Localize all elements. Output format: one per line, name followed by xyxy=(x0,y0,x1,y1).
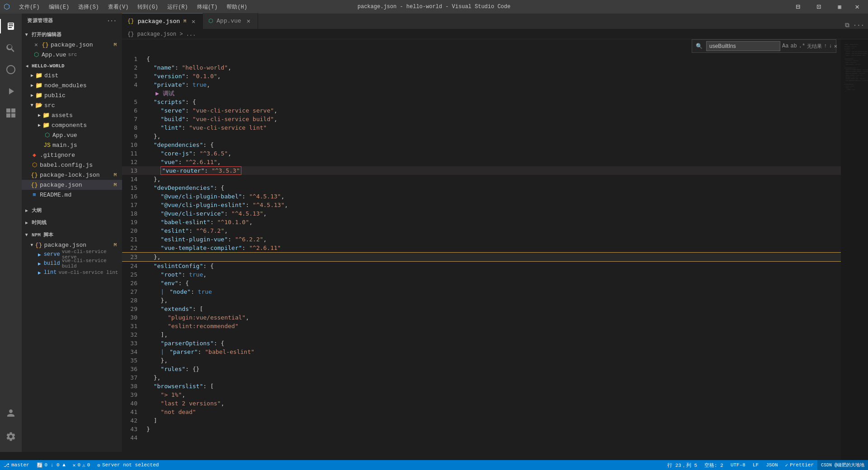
tree-babel[interactable]: ⬡ babel.config.js xyxy=(22,160,122,170)
npm-section[interactable]: ▶ NPM 脚本 xyxy=(22,228,122,240)
line-content-41: "not dead" xyxy=(145,408,862,416)
tree-gitignore[interactable]: ◆ .gitignore xyxy=(22,150,122,160)
menu-help[interactable]: 帮助(H) xyxy=(223,2,251,12)
project-section[interactable]: ▼ HELLO-WORLD xyxy=(22,60,122,70)
tree-assets[interactable]: ▶ 📁 assets xyxy=(22,110,122,120)
timeline-section[interactable]: ▶ 时间线 xyxy=(22,216,122,228)
code-line-30: 30 "plugin:vue/essential", xyxy=(122,313,862,322)
open-editor-app-vue[interactable]: ⬡ App.vue src xyxy=(22,50,122,60)
explorer-icon[interactable] xyxy=(0,15,22,37)
line-content-28: }, xyxy=(145,296,862,305)
menu-goto[interactable]: 转到(G) xyxy=(134,2,162,12)
line-content-8: "lint": "vue-cli-service lint" xyxy=(145,123,862,132)
menu-file[interactable]: 文件(F) xyxy=(15,2,43,12)
search-icon[interactable] xyxy=(0,37,22,59)
close-icon[interactable]: ✕ xyxy=(33,41,40,48)
account-icon[interactable] xyxy=(0,402,22,424)
line-num-34: 34 xyxy=(122,348,145,356)
line-content-20: "eslint": "^6.7.2", xyxy=(145,226,862,235)
code-line-19: 19 "babel-eslint": "^10.1.0", xyxy=(122,218,862,226)
menu-view[interactable]: 查看(V) xyxy=(104,2,132,12)
npm-serve[interactable]: ▶ serve vue-cli-service serve xyxy=(22,250,122,259)
timeline-chevron: ▶ xyxy=(25,220,28,226)
git-branch[interactable]: ⎇ master xyxy=(0,460,33,470)
line-content-38: "browserslist": [ xyxy=(145,382,862,390)
close-find-btn[interactable]: ✕ xyxy=(834,41,837,51)
csdn-badge[interactable]: CSDN @碰肥的大地地 xyxy=(817,460,868,470)
match-whole-word-btn[interactable]: ab xyxy=(790,41,797,51)
menu-terminal[interactable]: 终端(T) xyxy=(193,2,222,12)
code-line-25: 25 "root": true, xyxy=(122,270,862,279)
encoding-status[interactable]: UTF-8 xyxy=(727,460,749,470)
tab-app-vue[interactable]: ⬡ App.vue ✕ xyxy=(203,13,258,29)
code-line-32: 32 ], xyxy=(122,330,862,339)
line-content-44 xyxy=(145,433,862,442)
line-content-25: "root": true, xyxy=(145,270,862,279)
editor[interactable]: 1{ 2 "name": "hello-world", 3 "version":… xyxy=(122,39,862,460)
eol-status[interactable]: LF xyxy=(749,460,762,470)
tab-package-json-label: package.json xyxy=(137,18,180,25)
run-debug-icon[interactable] xyxy=(0,80,22,102)
tree-package-json[interactable]: {} package.json M xyxy=(22,180,122,190)
line-content-22: "vue-template-compiler": "^2.6.11" xyxy=(145,244,862,252)
tree-package-lock[interactable]: {} package-lock.json M xyxy=(22,170,122,180)
breadcrumb: {} package.json > ... xyxy=(122,29,868,39)
tree-app-vue-label: App.vue xyxy=(52,132,77,139)
next-match-btn[interactable]: ↓ xyxy=(829,41,832,51)
tree-main-js[interactable]: JS main.js xyxy=(22,140,122,150)
use-regex-btn[interactable]: .* xyxy=(799,41,805,51)
minimize-button[interactable]: ⊟ xyxy=(788,0,808,14)
pkg-badge: M xyxy=(113,182,122,188)
npm-build-run-icon: ▶ xyxy=(38,261,41,267)
sync-status[interactable]: 🔄 0 ↓ 0 ▲ xyxy=(33,460,69,470)
find-input[interactable] xyxy=(706,41,780,51)
npm-package-json[interactable]: ▶ {} package.json M xyxy=(22,240,122,250)
errors-status[interactable]: ✕ 0 ⚠ 0 xyxy=(69,460,94,470)
readme-icon: ≡ xyxy=(31,191,38,198)
prettier-status[interactable]: ✓ Prettier xyxy=(782,460,817,470)
sidebar-header: 资源管理器 ··· xyxy=(22,14,122,28)
server-status[interactable]: ⊙ Server not selected xyxy=(94,460,162,470)
sidebar-menu-icon[interactable]: ··· xyxy=(107,18,117,24)
line-num-36: 36 xyxy=(122,365,145,373)
menu-run[interactable]: 运行(R) xyxy=(164,2,192,12)
more-actions-icon[interactable]: ··· xyxy=(853,22,864,29)
tree-app-vue[interactable]: ⬡ App.vue xyxy=(22,130,122,140)
spaces-status[interactable]: 空格: 2 xyxy=(701,460,727,470)
tab-app-vue-close[interactable]: ✕ xyxy=(245,18,252,25)
tree-node-modules[interactable]: ▶ 📁 node_modules xyxy=(22,80,122,90)
language-status[interactable]: JSON xyxy=(762,460,781,470)
maximize-button[interactable]: ⊡ xyxy=(808,0,829,14)
source-control-icon[interactable] xyxy=(0,59,22,80)
outline-section[interactable]: ▶ 大纲 xyxy=(22,203,122,216)
match-case-btn[interactable]: Aa xyxy=(782,41,788,51)
menu-select[interactable]: 选择(S) xyxy=(75,2,103,12)
tab-package-json-close[interactable]: ✕ xyxy=(190,18,197,25)
settings-icon[interactable] xyxy=(0,426,22,447)
tree-readme[interactable]: ≡ README.md xyxy=(22,190,122,200)
split-editor-icon[interactable]: ⧉ xyxy=(845,22,849,29)
tab-package-json[interactable]: {} package.json M ✕ xyxy=(122,13,203,29)
line-col-status[interactable]: 行 23，列 5 xyxy=(664,460,701,470)
csdn-label: CSDN @碰肥的大地地 xyxy=(821,462,864,468)
tree-components[interactable]: ▶ 📁 components xyxy=(22,120,122,130)
tree-dist[interactable]: ▶ 📁 dist xyxy=(22,70,122,80)
open-editor-filename: package.json xyxy=(51,42,93,48)
open-editor-package-json[interactable]: ✕ {} package.json M xyxy=(22,40,122,50)
layout-button[interactable]: ▦ xyxy=(829,0,850,14)
line-num-10: 10 xyxy=(122,141,145,149)
prev-match-btn[interactable]: ↑ xyxy=(824,41,827,51)
open-editors-section[interactable]: ▶ 打开的编辑器 xyxy=(22,28,122,40)
line-num-35: 35 xyxy=(122,356,145,365)
line-num-4: 4 xyxy=(122,80,145,89)
line-col-label: 行 23，列 5 xyxy=(667,462,697,469)
menu-edit[interactable]: 编辑(E) xyxy=(45,2,73,12)
npm-build[interactable]: ▶ build vue-cli-service build xyxy=(22,259,122,268)
code-line-37: 37 }, xyxy=(122,373,862,382)
extensions-icon[interactable] xyxy=(0,102,22,124)
line-content-42: ] xyxy=(145,416,862,425)
close-button[interactable]: ✕ xyxy=(850,0,864,14)
tree-public[interactable]: ▶ 📁 public xyxy=(22,90,122,100)
npm-lint[interactable]: ▶ lint vue-cli-service lint xyxy=(22,268,122,277)
tree-src[interactable]: ▶ 📂 src xyxy=(22,100,122,110)
